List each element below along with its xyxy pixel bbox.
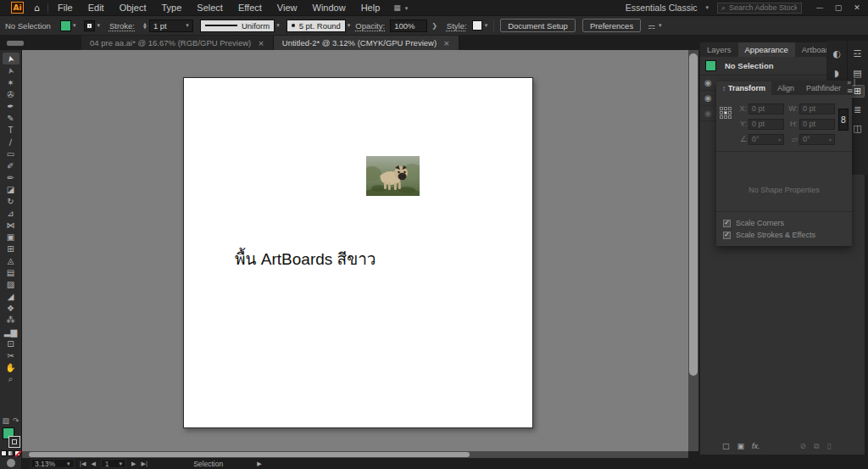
lasso-tool[interactable]: ✇ [3,88,19,100]
workspace-switcher[interactable]: Essentials Classic [626,3,698,13]
duplicate-item-icon[interactable]: ⧉ [814,442,819,451]
h-field[interactable]: 0 pt [799,119,835,130]
first-artboard-icon[interactable]: |◀ [80,461,86,467]
tab-align[interactable]: Align [771,81,800,95]
stroke-color-swatch[interactable] [84,20,95,31]
color-panel-icon[interactable]: ◐ [830,47,844,60]
style-label[interactable]: Style: [447,21,467,31]
previous-artboard-icon[interactable]: ◀ [91,461,95,467]
fill-color-swatch[interactable] [60,20,71,31]
tab-close-icon[interactable]: × [443,39,450,47]
eyedropper-tool[interactable]: ◢ [3,290,19,302]
none-button[interactable] [14,450,20,456]
style-chevron-icon[interactable]: ▾ [485,22,488,29]
width-profile-chevron-icon[interactable]: ▾ [276,22,280,29]
status-menu-icon[interactable]: ▶ [257,461,261,467]
reference-point-locator[interactable] [720,107,733,146]
arrange-documents-icon[interactable]: ▦ ▾ [393,3,409,12]
appearance-fill-swatch[interactable] [705,60,716,71]
opacity-label[interactable]: Opacity: [355,21,385,31]
menu-edit[interactable]: Edit [88,3,104,13]
close-button[interactable]: ✕ [848,1,866,14]
gradient-tool[interactable]: ▨ [3,278,19,290]
options-chevron-icon[interactable]: ▾ [659,22,662,29]
workspace-chevron-icon[interactable]: ▾ [705,4,709,11]
blend-tool[interactable]: ❖ [3,302,19,314]
horizontal-scrollbar[interactable] [22,451,688,458]
constrain-proportions-icon[interactable]: 8 [838,109,849,131]
pug-photo[interactable] [366,156,420,196]
tab-transform[interactable]: Transform [716,81,771,95]
color-button[interactable] [1,450,7,456]
stroke-label[interactable]: Stroke: [109,21,135,31]
add-new-fill-icon[interactable]: ▣ [737,442,745,450]
tab-layers[interactable]: Layers [700,42,738,57]
add-new-effect-icon[interactable]: fx. [752,442,760,450]
selection-tool[interactable]: ➤ [3,53,19,64]
menu-object[interactable]: Object [120,3,147,13]
w-field[interactable]: 0 pt [799,103,835,114]
line-segment-tool[interactable]: ∕ [3,136,19,148]
menu-help[interactable]: Help [361,3,381,13]
pencil-tool[interactable]: ✏ [3,171,19,183]
slice-tool[interactable]: ✂ [3,349,19,361]
panel-collapse-menu-icons[interactable]: »|≡ [847,78,858,95]
tab-close-icon[interactable]: × [258,39,264,47]
free-transform-tool[interactable]: ▣ [3,231,19,243]
artboard-tool[interactable]: ⊡ [3,338,19,349]
eraser-tool[interactable]: ◪ [3,183,19,195]
tab-pathfinder[interactable]: Pathfinder [800,81,847,95]
color-guide-panel-icon[interactable]: ◗ [830,67,844,80]
canvas[interactable]: พื้น ArtBoards สีขาว [22,50,688,451]
width-tool[interactable]: ⋈ [3,219,19,231]
style-swatch[interactable] [472,20,482,31]
delete-item-icon[interactable]: ▯ [827,442,832,450]
search-input[interactable] [729,3,797,12]
align-panel-icon[interactable]: ≣ [850,103,865,116]
stroke-weight-field[interactable]: 1 pt ▾ [149,20,193,32]
column-graph-tool[interactable]: ▂▆ [3,326,19,338]
rotate-view-icon[interactable]: ↷ [13,416,19,425]
curvature-tool[interactable]: ✎ [3,112,19,124]
shape-builder-tool[interactable]: ⊞ [3,243,19,254]
add-new-stroke-icon[interactable]: □ [722,442,730,450]
pen-tool[interactable]: ✒ [3,100,19,112]
magic-wand-tool[interactable]: ✶ [3,76,19,88]
menu-effect[interactable]: Effect [238,3,262,13]
opacity-more-icon[interactable]: ❯ [431,22,437,30]
pathfinder-panel-icon[interactable]: ◫ [850,122,865,135]
fill-chevron-icon[interactable]: ▾ [73,22,76,29]
visibility-eye-icon[interactable]: ◉ [704,109,712,118]
properties-panel-icon[interactable]: ☲ [850,47,865,60]
restore-button[interactable]: ▢ [829,1,848,14]
home-icon[interactable]: ⌂ [34,3,40,14]
menu-type[interactable]: Type [161,3,181,13]
vertical-scrollbar-thumb[interactable] [689,53,698,376]
rotate-tool[interactable]: ↻ [3,195,19,207]
x-field[interactable]: 0 pt [748,103,784,114]
document-tab-2[interactable]: Untitled-2* @ 3.12% (CMYK/GPU Preview) × [274,36,459,50]
menu-view[interactable]: View [277,3,298,13]
mesh-tool[interactable]: ▤ [3,266,19,278]
symbol-sprayer-tool[interactable]: ⁂ [3,314,19,326]
rectangle-tool[interactable]: ▭ [3,148,19,159]
stroke-chevron-icon[interactable]: ▾ [97,22,100,29]
tab-scroll-handle[interactable] [7,41,24,46]
brush-chevron-icon[interactable]: ▾ [348,22,351,29]
hand-tool[interactable]: ✋ [3,361,19,373]
gradient-button[interactable] [8,450,14,456]
type-tool[interactable]: T [3,124,19,136]
paintbrush-tool[interactable]: ✐ [3,159,19,171]
scale-tool[interactable]: ⊿ [3,207,19,219]
last-artboard-icon[interactable]: ▶| [141,461,147,467]
shear-field[interactable]: 0°▾ [799,134,835,145]
artboard-number-field[interactable]: 1 ▾ [101,459,126,468]
zoom-level-field[interactable]: 3.13% ▾ [31,459,75,468]
rotate-field[interactable]: 0°▾ [748,134,784,145]
visibility-eye-icon[interactable]: ◉ [704,93,712,103]
minimize-button[interactable]: — [810,1,829,14]
menu-window[interactable]: Window [313,3,346,13]
preferences-button[interactable]: Preferences [582,19,641,32]
y-field[interactable]: 0 pt [748,119,784,130]
clear-appearance-icon[interactable]: ⊘ [800,442,807,450]
